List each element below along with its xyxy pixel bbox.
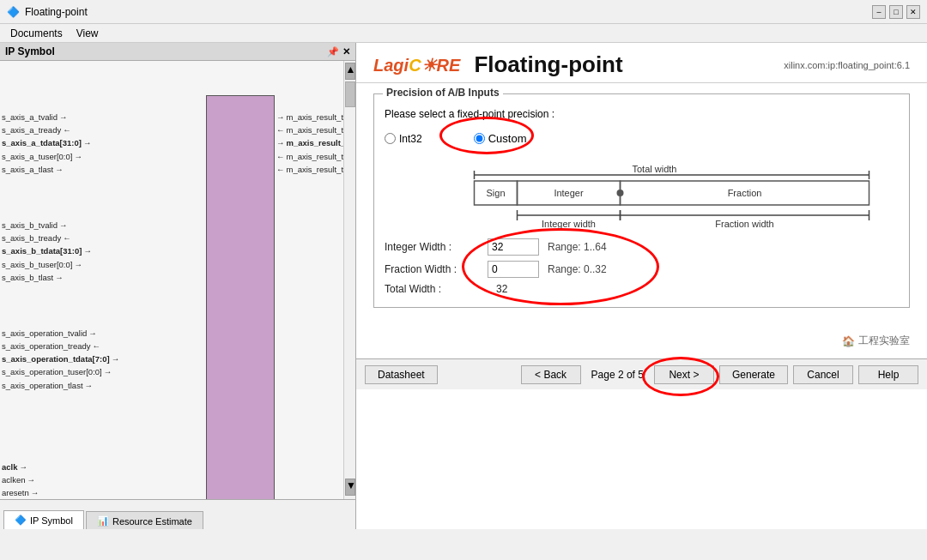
watermark-area: 🏠 工程实验室 (373, 334, 910, 348)
precision-section: Precision of A/B Inputs Please select a … (373, 93, 910, 308)
close-button[interactable]: ✕ (906, 5, 920, 19)
radio-int32-input[interactable] (385, 133, 396, 144)
watermark-icon: 🏠 (842, 335, 855, 347)
port-aresetn-label: aresetn (2, 486, 29, 499)
next-button[interactable]: Next > (654, 365, 714, 384)
port-a-tuser-label: s_axis_a_tuser[0:0] (2, 150, 72, 163)
tab-resource-estimate[interactable]: 📊 Resource Estimate (86, 511, 203, 529)
radio-int32[interactable]: Int32 (385, 133, 422, 145)
generate-button[interactable]: Generate (719, 365, 788, 384)
ip-symbol-area: s_axis_a_tvalid→ s_axis_a_tready← s_axis… (0, 61, 355, 499)
left-panel-title: IP Symbol (5, 45, 55, 57)
content-area: Precision of A/B Inputs Please select a … (356, 83, 927, 358)
window-icon: 🔷 (7, 6, 20, 18)
tab-ip-symbol-icon: 🔷 (15, 515, 27, 526)
menu-view[interactable]: View (70, 26, 106, 41)
svg-text:Fraction: Fraction (728, 188, 762, 198)
radio-custom-label: Custom (488, 132, 527, 145)
watermark: 🏠 工程实验室 (842, 334, 910, 348)
port-a-tready-label: s_axis_a_tready (2, 123, 61, 136)
tab-ip-symbol[interactable]: 🔷 IP Symbol (3, 510, 84, 529)
right-panel-ip-id: xilinx.com:ip:floating_point:6.1 (784, 60, 910, 70)
right-panel: LagiC☀RE Floating-point xilinx.com:ip:fl… (356, 43, 927, 529)
ip-block (206, 95, 275, 499)
port-op-tvalid-label: s_axis_operation_tvalid (2, 327, 87, 340)
left-panel: IP Symbol 📌 ✕ s_axis_a_tvalid→ s_axis_a_… (0, 43, 356, 529)
port-b-tlast-label: s_axis_b_tlast (2, 271, 53, 284)
integer-width-label: Integer Width : (385, 241, 488, 253)
datasheet-button[interactable]: Datasheet (365, 365, 438, 384)
port-op-tready-label: s_axis_operation_tready (2, 340, 91, 352)
action-bar: Datasheet < Back Page 2 of 5 Next > Gene… (356, 358, 927, 389)
tab-resource-estimate-icon: 📊 (97, 515, 109, 527)
radio-int32-label: Int32 (399, 133, 422, 145)
tab-resource-estimate-label: Resource Estimate (112, 516, 192, 527)
custom-radio-wrapper: Custom (457, 127, 544, 150)
fraction-width-label: Fraction Width : (385, 263, 488, 275)
width-diagram: Total width Sign Integer Fraction Intege… (385, 162, 899, 231)
close-panel-icon[interactable]: ✕ (342, 46, 350, 57)
section-title: Precision of A/B Inputs (383, 87, 503, 99)
menu-bar: Documents View (0, 24, 927, 43)
radio-custom-input[interactable] (474, 133, 485, 144)
bottom-tabs: 🔷 IP Symbol 📊 Resource Estimate (0, 499, 355, 529)
pin-icon[interactable]: 📌 (327, 46, 339, 57)
integer-width-input[interactable] (488, 238, 539, 256)
cancel-button[interactable]: Cancel (793, 365, 853, 384)
help-button[interactable]: Help (858, 365, 918, 384)
ports-left-group: s_axis_a_tvalid→ s_axis_a_tready← s_axis… (2, 111, 119, 499)
port-b-tuser-label: s_axis_b_tuser[0:0] (2, 258, 72, 271)
scrollbar-v[interactable]: ▲ ▼ (343, 61, 355, 499)
menu-documents[interactable]: Documents (3, 26, 70, 41)
scroll-thumb[interactable] (345, 81, 355, 107)
next-button-wrapper: Next > (654, 365, 714, 384)
port-b-tdata-label: s_axis_b_tdata[31:0] (2, 244, 82, 257)
port-op-tuser-label: s_axis_operation_tuser[0:0] (2, 365, 102, 378)
total-width-value: 32 (496, 283, 507, 295)
select-label: Please select a fixed-point precision : (385, 108, 899, 120)
radio-row: Int32 Custom (385, 127, 899, 150)
port-a-tvalid-label: s_axis_a_tvalid (2, 111, 58, 123)
svg-text:Fraction width: Fraction width (715, 219, 773, 229)
left-panel-header: IP Symbol 📌 ✕ (0, 43, 355, 61)
port-a-tlast-label: s_axis_a_tlast (2, 163, 53, 176)
port-op-tlast-label: s_axis_operation_tlast (2, 379, 83, 392)
right-panel-title: Floating-point (474, 51, 622, 78)
scroll-thumb-down[interactable]: ▼ (345, 479, 355, 496)
watermark-text: 工程实验室 (858, 334, 910, 348)
logi-core-logo: LagiC☀RE (373, 55, 460, 75)
integer-width-range: Range: 1..64 (548, 241, 607, 253)
right-panel-header: LagiC☀RE Floating-point xilinx.com:ip:fl… (356, 43, 927, 83)
restore-button[interactable]: □ (889, 5, 903, 19)
back-button[interactable]: < Back (521, 365, 581, 384)
scroll-thumb-up[interactable]: ▲ (345, 63, 355, 80)
port-aclk-label: aclk (2, 461, 18, 473)
port-op-tdata-label: s_axis_operation_tdata[7:0] (2, 352, 110, 365)
port-aclken-label: aclken (2, 473, 25, 486)
minimize-button[interactable]: – (872, 5, 886, 19)
svg-text:Integer: Integer (554, 188, 584, 198)
page-info: Page 2 of 5 (586, 369, 649, 381)
fraction-width-range: Range: 0..32 (548, 263, 607, 275)
svg-text:Integer width: Integer width (542, 219, 596, 229)
svg-text:Total width: Total width (633, 164, 677, 174)
main-container: IP Symbol 📌 ✕ s_axis_a_tvalid→ s_axis_a_… (0, 43, 927, 529)
tab-ip-symbol-label: IP Symbol (30, 515, 73, 526)
title-bar: 🔷 Floating-point – □ ✕ (0, 0, 927, 24)
total-width-label: Total Width : (385, 283, 488, 295)
window-title: Floating-point (25, 6, 88, 18)
fraction-width-row: Fraction Width : Range: 0..32 (385, 261, 899, 278)
radio-custom[interactable]: Custom (457, 127, 544, 150)
port-a-tdata-label: s_axis_a_tdata[31:0] (2, 136, 82, 149)
port-b-tvalid-label: s_axis_b_tvalid (2, 219, 58, 232)
port-b-tready-label: s_axis_b_tready (2, 232, 61, 244)
total-width-row: Total Width : 32 (385, 283, 899, 295)
integer-width-row: Integer Width : Range: 1..64 (385, 238, 899, 256)
fraction-width-input[interactable] (488, 261, 539, 278)
svg-text:Sign: Sign (486, 188, 505, 198)
fields-section: Integer Width : Range: 1..64 Fraction Wi… (385, 238, 899, 295)
